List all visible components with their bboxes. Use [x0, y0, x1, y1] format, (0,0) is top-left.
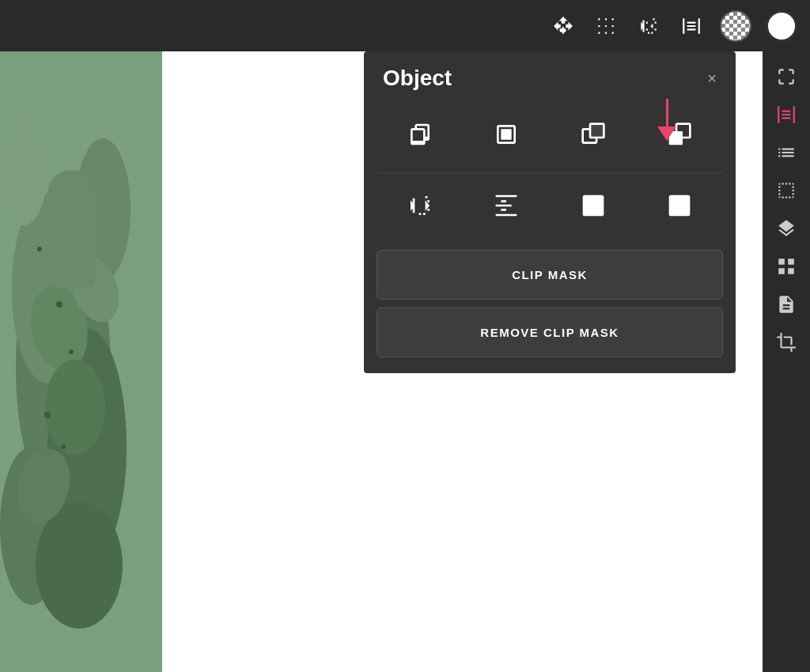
panel-title: Object: [383, 66, 452, 91]
panel-buttons: CLIP MASK REMOVE CLIP MASK: [364, 244, 736, 373]
icon-grid-row1: [364, 102, 736, 172]
svg-point-14: [44, 412, 51, 418]
sidebar-layers-icon[interactable]: [769, 211, 804, 246]
svg-point-5: [75, 138, 131, 281]
remove-clip-mask-button[interactable]: REMOVE CLIP MASK: [377, 308, 723, 357]
sidebar-page-icon[interactable]: [769, 287, 804, 322]
clip-frame-button[interactable]: [637, 179, 724, 231]
top-toolbar: [0, 0, 810, 51]
svg-rect-22: [670, 196, 689, 215]
svg-point-16: [37, 247, 42, 251]
sidebar-text-align-icon[interactable]: [769, 135, 804, 170]
bring-to-front-button[interactable]: [377, 108, 464, 160]
svg-point-7: [0, 115, 47, 225]
clip-mask-button[interactable]: CLIP MASK: [377, 250, 723, 300]
send-to-back-button[interactable]: [464, 108, 551, 160]
icon-grid-row2: [364, 173, 736, 244]
sidebar-selection-icon[interactable]: [769, 173, 804, 208]
send-backward-button[interactable]: [637, 108, 724, 160]
sidebar-transform-icon[interactable]: [769, 59, 804, 94]
flip-icon[interactable]: [634, 12, 663, 40]
arrow-indicator: [657, 99, 676, 141]
sidebar-grid-icon[interactable]: [769, 249, 804, 284]
svg-point-9: [45, 360, 105, 455]
distribute-v-button[interactable]: [464, 179, 551, 231]
bring-forward-button[interactable]: [550, 108, 637, 160]
main-area: Object ×: [0, 51, 810, 672]
checkerboard-icon[interactable]: [720, 10, 751, 42]
distribute-icon[interactable]: [677, 12, 706, 40]
align-center-icon[interactable]: [592, 12, 620, 40]
sidebar-object-align-icon[interactable]: [769, 97, 804, 132]
fit-frame-button[interactable]: [550, 179, 637, 231]
color-picker-icon[interactable]: [766, 10, 797, 42]
svg-point-15: [61, 444, 66, 449]
flip-h-button[interactable]: [377, 179, 464, 231]
arrow-head: [657, 126, 676, 141]
svg-point-12: [56, 301, 62, 308]
panel-header: Object ×: [364, 51, 736, 102]
svg-point-6: [36, 502, 123, 629]
move-icon[interactable]: [549, 12, 577, 40]
right-sidebar: [763, 51, 810, 672]
arrow-stem: [666, 99, 668, 126]
panel-close-button[interactable]: ×: [707, 70, 717, 86]
object-panel: Object ×: [364, 51, 736, 373]
svg-point-13: [69, 349, 74, 354]
svg-rect-18: [590, 123, 604, 137]
canvas-area: Object ×: [0, 51, 763, 672]
sidebar-crop-icon[interactable]: [769, 325, 804, 360]
cactus-background: [0, 51, 162, 672]
